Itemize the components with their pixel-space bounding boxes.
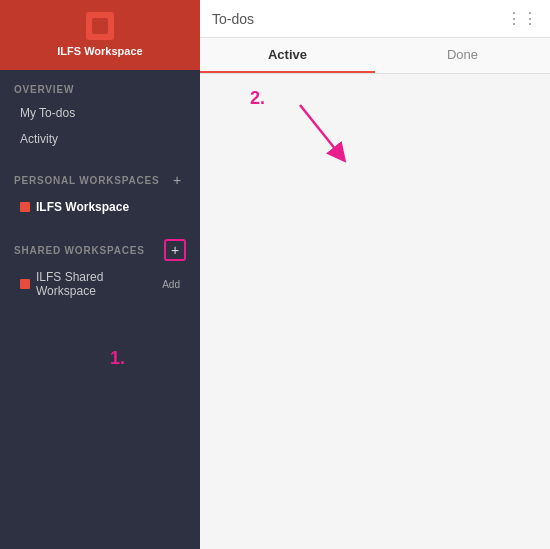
workspace-dot [20,202,30,212]
page-title: To-dos [212,11,254,27]
tab-active[interactable]: Active [200,38,375,73]
annotation-1: 1. [110,348,125,369]
shared-ws-title: SHARED WORKSPACES [14,245,145,256]
personal-ws-section: PERSONAL WORKSPACES + ILFS Workspace [0,157,200,225]
personal-ws-title: PERSONAL WORKSPACES + [14,171,186,189]
shared-ws-section: SHARED WORKSPACES + ILFS Shared Workspac… [0,225,200,305]
overview-section: OVERVIEW My To-dos Activity [0,70,200,157]
arrow-to-new-workspace [270,100,360,170]
shared-ws-badge: Add [162,279,180,290]
main-content [200,74,550,549]
shared-ws-header-row: SHARED WORKSPACES + [14,239,186,261]
sidebar-item-activity[interactable]: Activity [14,127,186,151]
tabs-bar: Active Done [200,38,550,74]
annotation-2: 2. [250,88,265,109]
sidebar: ILFS Workspace OVERVIEW My To-dos Activi… [0,0,200,549]
logo-box [86,12,114,40]
personal-ws-name: ILFS Workspace [36,200,129,214]
personal-workspace-item[interactable]: ILFS Workspace [14,195,186,219]
add-personal-ws-button[interactable]: + [168,171,186,189]
shared-workspace-item[interactable]: ILFS Shared Workspace Add [14,267,186,301]
shared-ws-name: ILFS Shared Workspace [36,270,152,298]
shared-ws-dot [20,279,30,289]
workspace-name-label: ILFS Workspace [57,44,142,58]
tab-done[interactable]: Done [375,38,550,73]
menu-icon[interactable]: ⋮⋮ [506,9,538,28]
sidebar-header: ILFS Workspace [0,0,200,70]
top-bar: To-dos ⋮⋮ [200,0,550,38]
logo-inner [92,18,108,34]
add-shared-ws-button[interactable]: + [164,239,186,261]
app-container: ILFS Workspace OVERVIEW My To-dos Activi… [0,0,550,549]
overview-section-title: OVERVIEW [14,84,186,95]
sidebar-item-my-todos[interactable]: My To-dos [14,101,186,125]
